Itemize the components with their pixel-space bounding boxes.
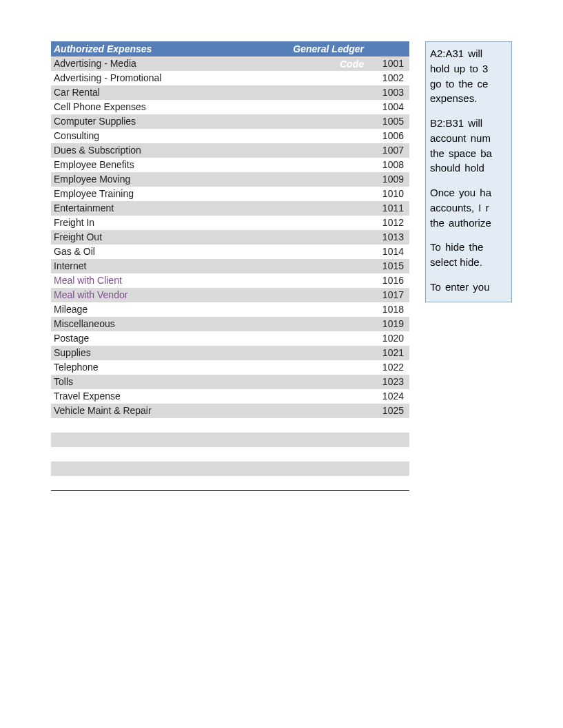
expense-name-cell xyxy=(51,418,288,433)
expense-code-cell: 1017 xyxy=(288,288,409,302)
header-code: General Ledger Code xyxy=(288,41,409,56)
expense-code-cell: 1008 xyxy=(288,158,409,172)
expense-code-cell: 1020 xyxy=(288,331,409,346)
expense-code-cell: 1006 xyxy=(288,129,409,143)
expense-code-cell: 1023 xyxy=(288,375,409,389)
expense-name-cell: Telephone xyxy=(51,360,288,375)
expense-code-cell: 1003 xyxy=(288,85,409,100)
expense-code-cell xyxy=(288,418,409,433)
table-header-row: Authorized Expenses General Ledger Code xyxy=(51,41,409,56)
table-row: Tolls1023 xyxy=(51,375,409,389)
table-row: Advertising - Media1001 xyxy=(51,56,409,71)
table-row: Gas & Oil1014 xyxy=(51,245,409,259)
table-row: Postage1020 xyxy=(51,331,409,346)
note-text: should hold xyxy=(430,162,484,174)
note-text: account num xyxy=(430,132,491,144)
table-row: Internet1015 xyxy=(51,259,409,273)
table-row: Freight In1012 xyxy=(51,216,409,230)
note-text: the space ba xyxy=(430,147,492,159)
expense-name-cell: Dues & Subscription xyxy=(51,143,288,158)
expense-name-cell: Meal with Client xyxy=(51,273,288,288)
expense-table: Authorized Expenses General Ledger Code … xyxy=(51,41,409,491)
expense-code-cell: 1019 xyxy=(288,317,409,331)
expense-code-cell: 1021 xyxy=(288,346,409,360)
table-row: Mileage1018 xyxy=(51,302,409,317)
expense-code-cell xyxy=(288,447,409,461)
table-row: Employee Benefits1008 xyxy=(51,158,409,172)
expense-name-cell: Car Rental xyxy=(51,85,288,100)
expense-code-cell: 1011 xyxy=(288,201,409,216)
expense-name-cell: Tolls xyxy=(51,375,288,389)
expense-name-cell: Internet xyxy=(51,259,288,273)
expense-name-cell: Supplies xyxy=(51,346,288,360)
expense-name-cell: Consulting xyxy=(51,129,288,143)
note-text: To enter you xyxy=(430,281,490,293)
expense-code-cell: 1022 xyxy=(288,360,409,375)
expense-code-cell: 1001 xyxy=(288,56,409,71)
table-row: Entertainment1011 xyxy=(51,201,409,216)
expense-code-cell: 1012 xyxy=(288,216,409,230)
note-text: B2:B31 will xyxy=(430,117,482,129)
table-row: Employee Moving1009 xyxy=(51,172,409,187)
expense-code-cell: 1014 xyxy=(288,245,409,259)
expense-name-cell: Vehicle Maint & Repair xyxy=(51,404,288,418)
expense-code-cell: 1024 xyxy=(288,389,409,404)
expense-name-cell: Meal with Vendor xyxy=(51,288,288,302)
expense-name-cell xyxy=(51,433,288,447)
expense-name-cell: Computer Supplies xyxy=(51,114,288,129)
instruction-note: A2:A31 will hold up to 3 go to the ce ex… xyxy=(425,41,512,302)
table-row: Travel Expense1024 xyxy=(51,389,409,404)
table-row: Vehicle Maint & Repair1025 xyxy=(51,404,409,418)
expense-code-cell: 1009 xyxy=(288,172,409,187)
expense-name-cell: Employee Moving xyxy=(51,172,288,187)
expense-name-cell: Travel Expense xyxy=(51,389,288,404)
table-row xyxy=(51,418,409,433)
expense-name-cell: Gas & Oil xyxy=(51,245,288,259)
table-row: Car Rental1003 xyxy=(51,85,409,100)
table-row: Computer Supplies1005 xyxy=(51,114,409,129)
expense-name-cell: Cell Phone Expenses xyxy=(51,100,288,114)
expense-name-cell xyxy=(51,447,288,461)
table-row xyxy=(51,447,409,461)
table-bottom-border xyxy=(51,490,409,491)
expense-code-cell: 1015 xyxy=(288,259,409,273)
expense-name-cell: Entertainment xyxy=(51,201,288,216)
expense-name-cell: Freight In xyxy=(51,216,288,230)
expense-name-cell: Advertising - Promotional xyxy=(51,71,288,85)
header-expenses: Authorized Expenses xyxy=(51,41,288,56)
table-row: Miscellaneous1019 xyxy=(51,317,409,331)
table-row: Telephone1022 xyxy=(51,360,409,375)
note-text: expenses. xyxy=(430,92,477,104)
note-text: To hide the xyxy=(430,241,483,253)
table-row: Freight Out1013 xyxy=(51,230,409,245)
table-row xyxy=(51,461,409,476)
expense-name-cell xyxy=(51,461,288,476)
table-row: Consulting1006 xyxy=(51,129,409,143)
expense-code-cell: 1007 xyxy=(288,143,409,158)
table-row: Meal with Vendor1017 xyxy=(51,288,409,302)
expense-name-cell xyxy=(51,476,288,490)
table-row: Employee Training1010 xyxy=(51,187,409,201)
expense-code-cell: 1005 xyxy=(288,114,409,129)
table-row: Supplies1021 xyxy=(51,346,409,360)
expense-code-cell xyxy=(288,476,409,490)
expense-name-cell: Postage xyxy=(51,331,288,346)
expense-code-cell xyxy=(288,433,409,447)
expense-name-cell: Employee Benefits xyxy=(51,158,288,172)
expense-code-cell: 1013 xyxy=(288,230,409,245)
expense-code-cell: 1016 xyxy=(288,273,409,288)
table-row xyxy=(51,476,409,490)
expense-code-cell: 1002 xyxy=(288,71,409,85)
expense-name-cell: Mileage xyxy=(51,302,288,317)
note-text: A2:A31 will xyxy=(430,48,482,59)
expense-name-cell: Miscellaneous xyxy=(51,317,288,331)
expense-code-cell: 1018 xyxy=(288,302,409,317)
expense-code-cell xyxy=(288,461,409,476)
note-text: go to the ce xyxy=(430,78,488,90)
table-row: Advertising - Promotional1002 xyxy=(51,71,409,85)
expense-code-cell: 1010 xyxy=(288,187,409,201)
table-row: Cell Phone Expenses1004 xyxy=(51,100,409,114)
note-text: Once you ha xyxy=(430,187,491,198)
note-text: the authorize xyxy=(430,217,491,229)
expense-name-cell: Advertising - Media xyxy=(51,56,288,71)
